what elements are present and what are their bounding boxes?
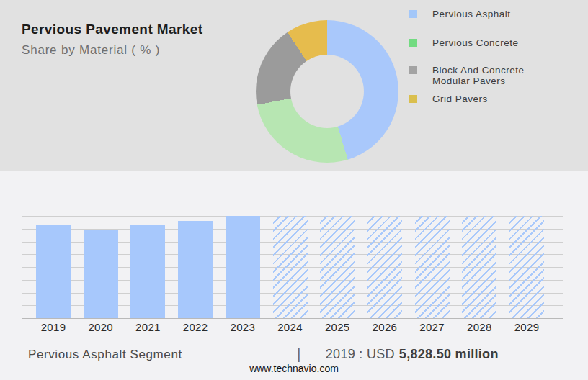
donut-chart [256,20,398,163]
chart-legend: Pervious AsphaltPervious ConcreteBlock A… [409,0,582,171]
forecast-bar-2026 [368,216,402,318]
year-label-2023: 2023 [219,321,267,333]
year-label-2022: 2022 [172,321,219,333]
year-label-2020: 2020 [77,321,125,333]
legend-item: Block And Concrete Modular Pavers [409,65,561,86]
year-label-2028: 2028 [455,321,503,333]
x-axis-baseline [22,318,563,319]
forecast-bar-2025 [320,216,355,318]
bar-2020 [84,230,118,318]
value-prefix: 2019 : USD [326,347,395,362]
year-label-2021: 2021 [124,321,172,333]
legend-item: Pervious Concrete [409,37,519,48]
year-label-2019: 2019 [30,321,77,333]
legend-swatch [409,39,417,47]
website-url: www.technavio.com [0,363,588,374]
legend-swatch [409,10,417,18]
year-label-2026: 2026 [361,321,409,333]
legend-swatch [409,95,417,103]
bar-2023 [226,216,260,318]
segment-value-group: | 2019 : USD 5,828.50 million [297,345,499,363]
legend-label: Block And Concrete Modular Pavers [432,65,561,86]
forecast-bar-2029 [509,216,544,318]
legend-label: Grid Pavers [432,94,488,104]
header-panel: Pervious Pavement Market Share by Materi… [0,0,588,171]
legend-swatch [409,66,417,74]
segment-value: 5,828.50 million [399,347,499,362]
footer-divider: | [297,345,301,363]
forecast-bar-2027 [415,216,450,318]
legend-label: Pervious Asphalt [432,9,511,19]
donut-hole [290,55,364,128]
year-label-2027: 2027 [409,321,456,333]
forecast-bar-2024 [273,216,308,318]
year-label-2025: 2025 [313,321,361,333]
legend-item: Pervious Asphalt [409,9,511,19]
forecast-bar-2028 [462,216,496,318]
legend-item: Grid Pavers [409,94,488,104]
bar-2022 [178,221,213,318]
page-title: Pervious Pavement Market [22,22,202,37]
bar-2021 [130,225,165,318]
segment-label: Pervious Asphalt Segment [28,348,182,362]
bar-chart: 2019202020212022202320242025202620272028… [22,216,563,318]
year-label-2024: 2024 [267,321,314,333]
page-subtitle: Share by Material ( % ) [22,43,160,58]
year-label-2029: 2029 [503,321,551,333]
legend-label: Pervious Concrete [432,37,519,48]
bar-2019 [36,225,71,318]
